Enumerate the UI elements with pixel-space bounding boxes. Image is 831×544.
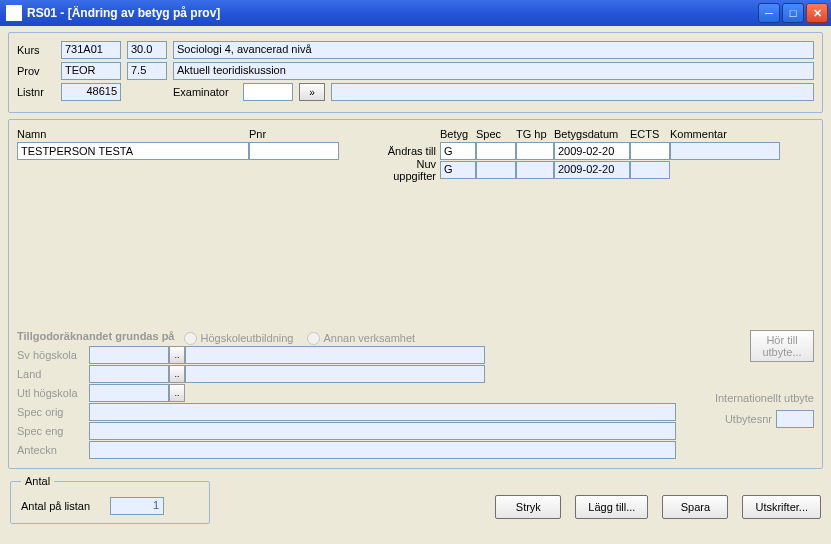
nuv-tghp (516, 161, 554, 179)
prov-label: Prov (17, 65, 55, 77)
hor-till-utbyte-button[interactable]: Hör till utbyte... (750, 330, 814, 362)
radio-hogskola[interactable]: Högskoleutbildning (184, 332, 293, 345)
lagg-till-button[interactable]: Lägg till... (575, 495, 648, 519)
speceng-field[interactable] (89, 422, 676, 440)
prov-hp: 7.5 (127, 62, 167, 80)
kurs-label: Kurs (17, 44, 55, 56)
speceng-label: Spec eng (17, 425, 89, 437)
namn-input[interactable] (17, 142, 249, 160)
col-ects: ECTS (630, 128, 670, 140)
land-label: Land (17, 368, 89, 380)
anteckn-field[interactable] (89, 441, 676, 459)
close-button[interactable]: ✕ (806, 3, 828, 23)
pnr-header: Pnr (249, 128, 266, 140)
listnr-label: Listnr (17, 86, 55, 98)
andras-datum[interactable] (554, 142, 630, 160)
andras-komm[interactable] (670, 142, 780, 160)
window-title: RS01 - [Ändring av betyg på prov] (27, 6, 758, 20)
sv-hogskola-browse-icon[interactable]: .. (169, 346, 185, 364)
utskrifter-button[interactable]: Utskrifter... (742, 495, 821, 519)
andras-betyg[interactable] (440, 142, 476, 160)
specorig-label: Spec orig (17, 406, 89, 418)
andras-ects[interactable] (630, 142, 670, 160)
col-betyg: Betyg (440, 128, 476, 140)
int-utbyte-label: Internationellt utbyte (715, 392, 814, 404)
sv-hogskola-name (185, 346, 485, 364)
app-icon (6, 5, 22, 21)
antal-value: 1 (110, 497, 164, 515)
col-komm: Kommentar (670, 128, 727, 140)
tillgodo-title: Tillgodoräknandet grundas på (17, 330, 174, 342)
radio-annan[interactable]: Annan verksamhet (307, 332, 415, 345)
examinator-label: Examinator (173, 86, 237, 98)
sv-hogskola-label: Sv högskola (17, 349, 89, 361)
nuv-row: Nuv uppgifter G 2009-02-20 (372, 161, 814, 179)
andras-label: Ändras till (372, 145, 440, 157)
main-panel: Namn Pnr Betyg Spec TG hp Betygsdatum EC… (8, 119, 823, 469)
nuv-datum: 2009-02-20 (554, 161, 630, 179)
specorig-field[interactable] (89, 403, 676, 421)
nuv-label: Nuv uppgifter (372, 158, 440, 182)
maximize-button[interactable]: □ (782, 3, 804, 23)
namn-header: Namn (17, 128, 249, 140)
utl-hogskola-label: Utl högskola (17, 387, 89, 399)
examinator-browse-button[interactable]: » (299, 83, 325, 101)
prov-code: TEOR (61, 62, 121, 80)
andras-spec[interactable] (476, 142, 516, 160)
anteckn-label: Anteckn (17, 444, 89, 456)
spara-button[interactable]: Spara (662, 495, 728, 519)
col-spec: Spec (476, 128, 516, 140)
utl-hogskola-code[interactable] (89, 384, 169, 402)
kurs-code: 731A01 (61, 41, 121, 59)
kurs-hp: 30.0 (127, 41, 167, 59)
nuv-betyg: G (440, 161, 476, 179)
nuv-spec (476, 161, 516, 179)
land-name (185, 365, 485, 383)
titlebar: RS01 - [Ändring av betyg på prov] ─ □ ✕ (0, 0, 831, 26)
col-tghp: TG hp (516, 128, 554, 140)
prov-name: Aktuell teoridiskussion (173, 62, 814, 80)
land-code[interactable] (89, 365, 169, 383)
land-browse-icon[interactable]: .. (169, 365, 185, 383)
antal-group: Antal Antal på listan 1 (10, 475, 210, 524)
utbytesnr-label: Utbytesnr (725, 413, 772, 425)
listnr-value: 48615 (61, 83, 121, 101)
examinator-display (331, 83, 814, 101)
kurs-name: Sociologi 4, avancerad nivå (173, 41, 814, 59)
grade-header-row: Betyg Spec TG hp Betygsdatum ECTS Kommen… (372, 128, 814, 140)
antal-label: Antal på listan (21, 500, 90, 512)
col-datum: Betygsdatum (554, 128, 630, 140)
minimize-button[interactable]: ─ (758, 3, 780, 23)
antal-legend: Antal (21, 475, 54, 487)
course-panel: Kurs 731A01 30.0 Sociologi 4, avancerad … (8, 32, 823, 113)
andras-tghp[interactable] (516, 142, 554, 160)
examinator-input[interactable] (243, 83, 293, 101)
sv-hogskola-code[interactable] (89, 346, 169, 364)
utbytesnr-field[interactable] (776, 410, 814, 428)
pnr-input[interactable] (249, 142, 339, 160)
stryk-button[interactable]: Stryk (495, 495, 561, 519)
nuv-ects (630, 161, 670, 179)
utl-hogskola-browse-icon[interactable]: .. (169, 384, 185, 402)
